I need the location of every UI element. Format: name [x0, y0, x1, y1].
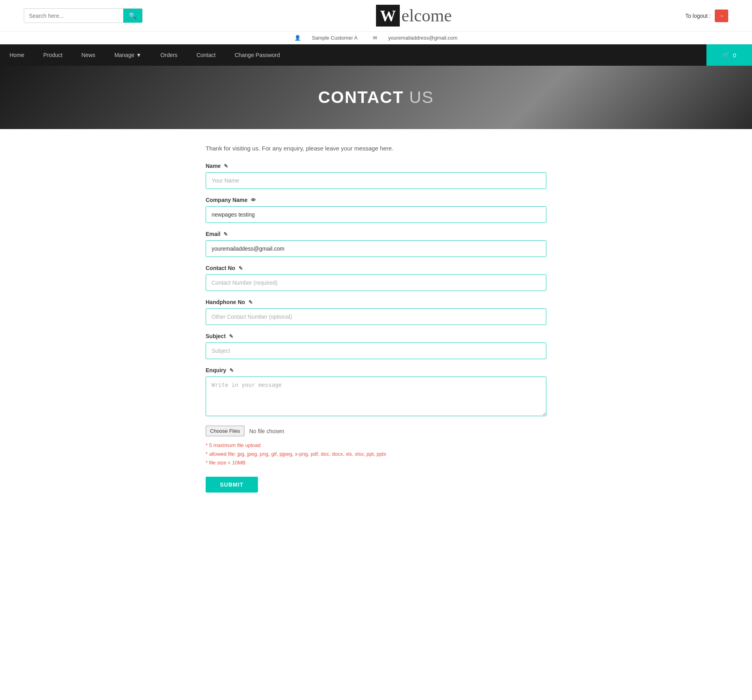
- nav-item-product[interactable]: Product: [34, 45, 72, 65]
- handphone-input[interactable]: [206, 308, 546, 325]
- hero-banner: CONTACT US: [0, 66, 752, 129]
- contact-label: Contact No ✎: [206, 265, 546, 271]
- logout-icon: →: [719, 13, 724, 19]
- form-group-subject: Subject ✎: [206, 333, 546, 359]
- nav-item-manage[interactable]: Manage ▼: [105, 45, 151, 65]
- search-bar: 🔍: [24, 8, 143, 23]
- subject-label: Subject ✎: [206, 333, 546, 339]
- form-group-contact: Contact No ✎: [206, 265, 546, 291]
- nav-item-change-password[interactable]: Change Password: [225, 45, 289, 65]
- site-logo: Welcome: [376, 5, 452, 27]
- nav-item-orders[interactable]: Orders: [151, 45, 187, 65]
- subject-input[interactable]: [206, 342, 546, 359]
- user-info-bar: 👤 Sample Customer A ✉ youremailaddress@g…: [0, 32, 752, 44]
- chevron-down-icon: ▼: [136, 52, 141, 58]
- main-content: Thank for visiting us. For any enquiry, …: [198, 129, 554, 516]
- edit-icon-enquiry: ✎: [229, 367, 234, 373]
- file-no-chosen: No file chosen: [249, 428, 284, 434]
- email-icon: ✉: [373, 35, 377, 41]
- edit-icon-email: ✎: [223, 231, 228, 237]
- logo-w: W: [376, 5, 400, 27]
- form-group-handphone: Handphone No ✎: [206, 299, 546, 325]
- edit-icon-handphone: ✎: [248, 299, 253, 305]
- file-note-2: * allowed file: jpg, jpeg, png, gif, pjp…: [206, 450, 546, 458]
- file-note-1: * 5 maximum file upload: [206, 441, 546, 450]
- file-upload-row: Choose Files No file chosen: [206, 426, 546, 436]
- form-group-email: Email ✎: [206, 231, 546, 257]
- email-input[interactable]: [206, 240, 546, 257]
- company-label: Company Name 👁: [206, 197, 546, 203]
- header-user-area: To logout : →: [685, 10, 728, 22]
- form-group-name: Name ✎: [206, 163, 546, 189]
- edit-icon: ✎: [224, 163, 228, 169]
- intro-text: Thank for visiting us. For any enquiry, …: [206, 145, 546, 152]
- file-note-3: * file size < 10MB: [206, 458, 546, 467]
- nav-items: Home Product News Manage ▼ Orders Contac…: [0, 44, 706, 66]
- customer-name: Sample Customer A: [312, 35, 358, 41]
- search-input[interactable]: [24, 10, 123, 22]
- search-icon: 🔍: [129, 12, 137, 19]
- name-label: Name ✎: [206, 163, 546, 169]
- handphone-label: Handphone No ✎: [206, 299, 546, 305]
- logo-rest: elcome: [401, 6, 452, 26]
- file-notes: * 5 maximum file upload * allowed file: …: [206, 441, 546, 467]
- submit-button[interactable]: SUBMIT: [206, 477, 258, 493]
- view-icon: 👁: [251, 197, 256, 203]
- nav-item-news[interactable]: News: [72, 45, 105, 65]
- cart-icon: 🛒: [722, 51, 730, 59]
- edit-icon-contact: ✎: [239, 265, 243, 271]
- nav-item-contact[interactable]: Contact: [187, 45, 225, 65]
- search-button[interactable]: 🔍: [123, 9, 142, 23]
- logout-label: To logout :: [685, 13, 711, 19]
- contact-input[interactable]: [206, 274, 546, 291]
- page-title: CONTACT US: [318, 88, 434, 107]
- cart-count: 0: [733, 52, 736, 59]
- edit-icon-subject: ✎: [229, 333, 233, 339]
- user-email: youremailaddress@gmail.com: [388, 35, 458, 41]
- choose-files-button[interactable]: Choose Files: [206, 426, 244, 436]
- logout-button[interactable]: →: [715, 10, 728, 22]
- enquiry-label: Enquiry ✎: [206, 367, 546, 373]
- cart-button[interactable]: 🛒 0: [706, 44, 752, 66]
- customer-icon: 👤: [294, 35, 301, 41]
- company-input[interactable]: [206, 206, 546, 223]
- main-nav: Home Product News Manage ▼ Orders Contac…: [0, 44, 752, 66]
- form-group-company: Company Name 👁: [206, 197, 546, 223]
- email-label: Email ✎: [206, 231, 546, 237]
- form-group-enquiry: Enquiry ✎: [206, 367, 546, 418]
- header: 🔍 Welcome To logout : →: [0, 0, 752, 32]
- nav-item-home[interactable]: Home: [0, 45, 34, 65]
- name-input[interactable]: [206, 172, 546, 189]
- enquiry-textarea[interactable]: [206, 377, 546, 416]
